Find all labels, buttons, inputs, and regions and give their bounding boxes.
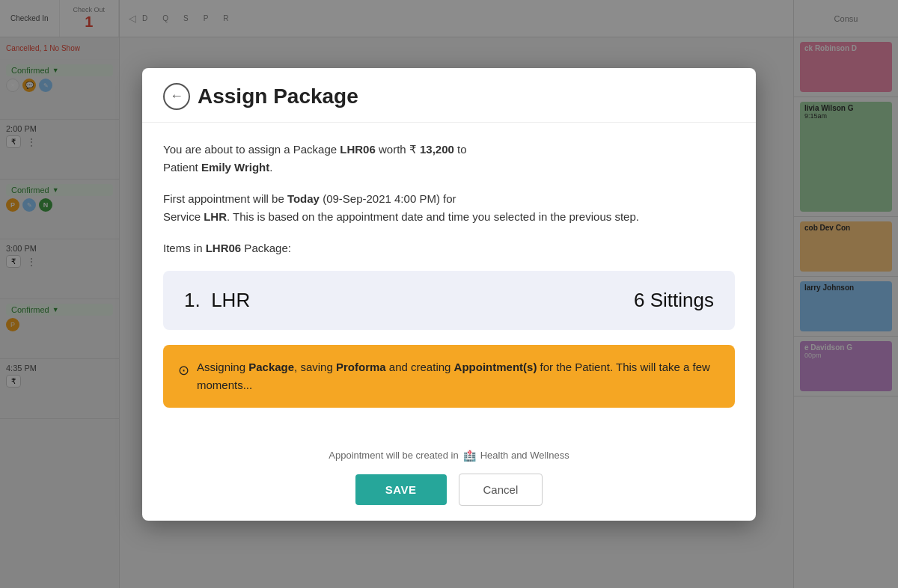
items-pre: Items in (163, 242, 206, 254)
package-amount: 13,200 (420, 143, 454, 156)
modal-header: ← Assign Package (142, 68, 756, 123)
modal-title: Assign Package (198, 85, 358, 108)
progress-bold-proforma: Proforma (336, 361, 386, 373)
clinic-icon: 🏥 (463, 450, 476, 462)
spinner-icon: ⊙ (178, 360, 189, 382)
progress-bold-appts: Appointment(s) (454, 361, 537, 373)
appt-today: Today (287, 192, 320, 205)
items-package: LHR06 (206, 242, 242, 254)
info-dot: . (269, 161, 272, 174)
package-items-box: 1. LHR 6 Sittings (163, 271, 735, 330)
footer-note: Appointment will be created in 🏥 Health … (163, 450, 735, 462)
package-code: LHR06 (340, 143, 376, 156)
progress-text: Assigning Package, saving Proforma and c… (197, 358, 720, 394)
info-patient-pre: Patient (163, 161, 201, 174)
appt-service: LHR (204, 210, 227, 223)
appt-date: (09-Sep-2021 4:00 PM) for (320, 192, 456, 205)
back-button[interactable]: ← (163, 83, 190, 110)
info-to: to (454, 143, 467, 156)
footer-actions: SAVE Cancel (163, 474, 735, 506)
info-text-1: You are about to assign a Package LHR06 … (163, 141, 735, 177)
appt-pre: First appointment will be (163, 192, 287, 205)
progress-pre: Assigning (197, 361, 248, 373)
progress-mid1: , saving (294, 361, 336, 373)
footer-note-text-pre: Appointment will be created in (329, 450, 458, 461)
package-item-row-1: 1. LHR 6 Sittings (184, 289, 714, 312)
progress-bold-package: Package (248, 361, 294, 373)
items-label: Items in LHR06 Package: (163, 239, 735, 257)
item-number: 1. (184, 289, 211, 311)
item-name: LHR (211, 289, 250, 311)
assign-package-modal: ← Assign Package You are about to assign… (142, 68, 756, 521)
modal-body: You are about to assign a Package LHR06 … (142, 123, 756, 441)
items-post: Package: (241, 242, 291, 254)
package-item-sittings: 6 Sittings (634, 289, 714, 312)
info-pre: You are about to assign a Package (163, 143, 340, 156)
appt-service-pre: Service (163, 210, 204, 223)
progress-banner: ⊙ Assigning Package, saving Proforma and… (163, 345, 735, 408)
save-button[interactable]: SAVE (355, 474, 447, 505)
progress-mid2: and creating (386, 361, 454, 373)
back-arrow-icon: ← (170, 88, 183, 104)
patient-name: Emily Wright (201, 161, 269, 174)
appt-rest: . This is based on the appointment date … (227, 210, 639, 223)
info-worth: worth ₹ (376, 143, 420, 156)
cancel-button[interactable]: Cancel (459, 474, 543, 506)
modal-footer: Appointment will be created in 🏥 Health … (142, 441, 756, 521)
footer-clinic-name: Health and Wellness (480, 450, 569, 461)
package-item-number-name: 1. LHR (184, 289, 250, 312)
modal-overlay: ← Assign Package You are about to assign… (0, 0, 898, 588)
info-text-2: First appointment will be Today (09-Sep-… (163, 190, 735, 226)
